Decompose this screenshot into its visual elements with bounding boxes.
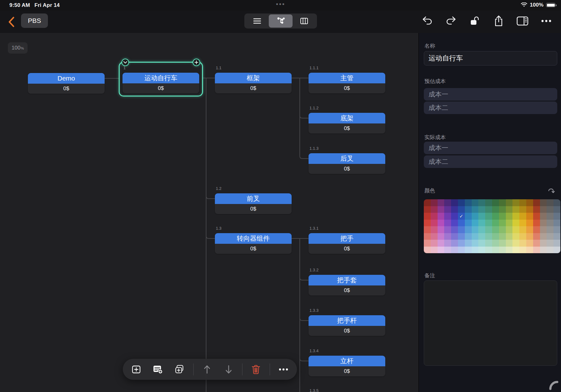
palette-swatch[interactable] [458, 240, 465, 247]
palette-swatch[interactable] [492, 226, 499, 233]
share-button[interactable] [491, 14, 506, 28]
palette-swatch[interactable] [438, 220, 444, 227]
palette-swatch[interactable] [431, 240, 438, 247]
palette-swatch[interactable] [547, 240, 553, 247]
palette-swatch[interactable] [438, 240, 444, 247]
palette-swatch[interactable] [519, 220, 526, 227]
palette-swatch[interactable] [438, 199, 444, 206]
tree-node[interactable]: 前叉 0$ [215, 193, 292, 214]
palette-swatch[interactable] [431, 206, 438, 213]
palette-swatch[interactable] [478, 213, 485, 220]
palette-swatch[interactable] [451, 206, 458, 213]
palette-swatch[interactable] [492, 220, 499, 227]
palette-swatch[interactable] [547, 213, 553, 220]
palette-swatch[interactable] [444, 220, 451, 227]
palette-swatch[interactable] [553, 213, 560, 220]
palette-swatch[interactable] [492, 247, 499, 253]
palette-swatch[interactable] [451, 240, 458, 247]
palette-swatch[interactable] [438, 233, 444, 240]
palette-swatch[interactable] [512, 213, 519, 220]
palette-swatch[interactable] [465, 247, 472, 253]
palette-swatch[interactable] [492, 240, 499, 247]
palette-swatch[interactable] [431, 213, 438, 220]
palette-swatch[interactable] [465, 220, 472, 227]
color-reset-button[interactable] [547, 186, 556, 195]
palette-swatch[interactable] [438, 206, 444, 213]
palette-swatch[interactable] [533, 206, 540, 213]
palette-swatch[interactable] [547, 226, 553, 233]
palette-swatch[interactable] [506, 233, 513, 240]
palette-swatch[interactable] [553, 206, 560, 213]
palette-swatch[interactable] [485, 199, 492, 206]
palette-swatch[interactable]: ✓ [458, 213, 465, 220]
palette-swatch[interactable] [458, 220, 465, 227]
palette-swatch[interactable] [444, 233, 451, 240]
palette-swatch[interactable] [540, 226, 547, 233]
palette-swatch[interactable] [526, 199, 533, 206]
palette-swatch[interactable] [478, 206, 485, 213]
palette-swatch[interactable] [424, 199, 431, 206]
palette-swatch[interactable] [451, 213, 458, 220]
palette-swatch[interactable] [472, 226, 479, 233]
palette-swatch[interactable] [519, 233, 526, 240]
palette-swatch[interactable] [512, 240, 519, 247]
palette-swatch[interactable] [499, 226, 506, 233]
palette-swatch[interactable] [424, 233, 431, 240]
tree-node[interactable]: 框架 0$ [215, 73, 292, 93]
estimated-cost-row-2[interactable]: 成本二 [424, 102, 557, 114]
palette-swatch[interactable] [451, 220, 458, 227]
tree-node[interactable]: 主管 0$ [309, 73, 385, 93]
palette-swatch[interactable] [519, 199, 526, 206]
palette-swatch[interactable] [424, 226, 431, 233]
palette-swatch[interactable] [472, 199, 479, 206]
palette-swatch[interactable] [485, 240, 492, 247]
palette-swatch[interactable] [485, 226, 492, 233]
palette-swatch[interactable] [424, 247, 431, 253]
palette-swatch[interactable] [519, 240, 526, 247]
inspector-toggle-button[interactable] [515, 14, 530, 28]
palette-swatch[interactable] [424, 220, 431, 227]
palette-swatch[interactable] [512, 226, 519, 233]
palette-swatch[interactable] [547, 247, 553, 253]
palette-swatch[interactable] [451, 199, 458, 206]
palette-swatch[interactable] [472, 213, 479, 220]
palette-swatch[interactable] [519, 206, 526, 213]
palette-swatch[interactable] [547, 220, 553, 227]
actual-cost-row-1[interactable]: 成本一 [424, 142, 557, 154]
palette-swatch[interactable] [458, 233, 465, 240]
tree-node[interactable]: 立杆 0$ [309, 356, 385, 376]
palette-swatch[interactable] [478, 199, 485, 206]
palette-swatch[interactable] [472, 206, 479, 213]
add-note-button[interactable] [150, 361, 166, 378]
add-child-button[interactable] [193, 59, 200, 66]
palette-swatch[interactable] [444, 247, 451, 253]
palette-swatch[interactable] [547, 199, 553, 206]
palette-swatch[interactable] [492, 233, 499, 240]
palette-swatch[interactable] [478, 226, 485, 233]
more-button[interactable] [538, 14, 554, 28]
palette-swatch[interactable] [499, 213, 506, 220]
duplicate-node-button[interactable] [172, 361, 188, 378]
palette-swatch[interactable] [533, 247, 540, 253]
tree-node[interactable]: Demo 0$ [28, 73, 105, 94]
palette-swatch[interactable] [506, 206, 513, 213]
palette-swatch[interactable] [506, 240, 513, 247]
notes-textarea[interactable] [424, 280, 557, 366]
palette-swatch[interactable] [526, 226, 533, 233]
palette-swatch[interactable] [485, 220, 492, 227]
palette-swatch[interactable] [472, 233, 479, 240]
palette-swatch[interactable] [540, 240, 547, 247]
palette-swatch[interactable] [499, 247, 506, 253]
tree-node[interactable]: 运动自行车 0$ [122, 73, 199, 93]
palette-swatch[interactable] [451, 233, 458, 240]
palette-swatch[interactable] [478, 240, 485, 247]
palette-swatch[interactable] [533, 220, 540, 227]
palette-swatch[interactable] [553, 226, 560, 233]
palette-swatch[interactable] [553, 247, 560, 253]
palette-swatch[interactable] [512, 199, 519, 206]
palette-swatch[interactable] [553, 233, 560, 240]
palette-swatch[interactable] [547, 233, 553, 240]
palette-swatch[interactable] [540, 206, 547, 213]
palette-swatch[interactable] [431, 233, 438, 240]
palette-swatch[interactable] [526, 247, 533, 253]
